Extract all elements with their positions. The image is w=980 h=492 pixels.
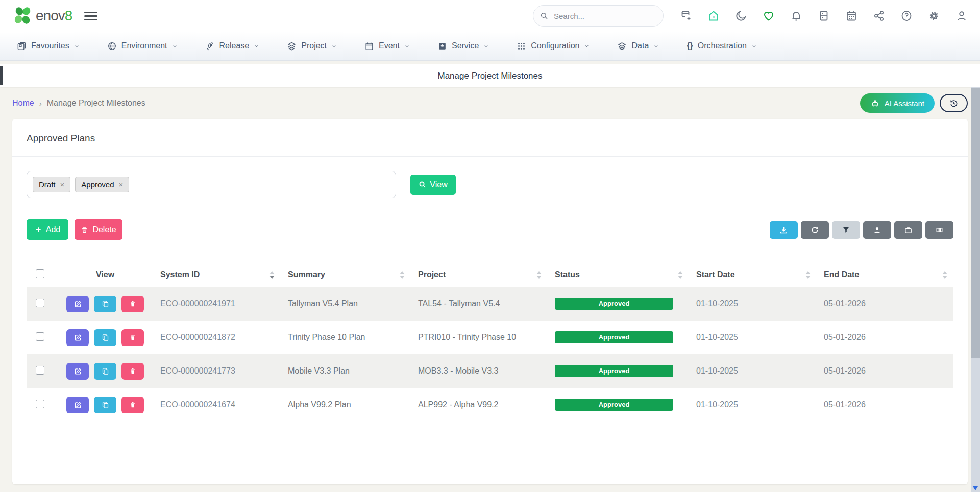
row-checkbox[interactable] (36, 332, 44, 341)
delete-row-button[interactable] (121, 329, 144, 346)
nav-item-service[interactable]: Service (424, 32, 503, 60)
view-button[interactable]: View (410, 175, 456, 195)
delete-row-button[interactable] (121, 397, 144, 413)
status-badge: Approved (555, 298, 673, 310)
scroll-down-arrow-icon[interactable] (973, 486, 978, 490)
remove-tag-icon[interactable]: × (119, 181, 124, 188)
copy-button[interactable] (94, 296, 116, 312)
row-checkbox[interactable] (36, 366, 44, 375)
add-button[interactable]: Add (27, 219, 68, 240)
nav-item-release[interactable]: Release (191, 32, 274, 60)
cell-start-date: 01-10-2025 (689, 321, 817, 354)
cell-project: MOB3.3 - Mobile V3.3 (411, 354, 548, 388)
nav-item-data[interactable]: Data (603, 32, 673, 60)
delete-row-button[interactable] (121, 296, 144, 312)
user-icon[interactable] (955, 10, 968, 22)
chevron-down-icon (751, 43, 757, 49)
download-icon (779, 226, 788, 234)
remove-tag-icon[interactable]: × (60, 181, 65, 188)
nav-item-event[interactable]: Event (351, 32, 424, 60)
column-header-end-date[interactable]: End Date (817, 262, 953, 287)
notifications-icon[interactable] (790, 10, 802, 22)
menu-icon[interactable] (84, 10, 97, 22)
board-icon[interactable] (818, 10, 830, 22)
calendar-icon[interactable] (845, 10, 857, 22)
robot-icon (870, 99, 880, 108)
cell-summary: Trinity Phase 10 Plan (281, 321, 411, 354)
edit-button[interactable] (66, 296, 89, 312)
history-button[interactable] (940, 94, 968, 112)
filter-button[interactable] (832, 221, 860, 239)
assign-user-button[interactable] (863, 221, 891, 239)
copy-icon (102, 334, 109, 341)
chevron-down-icon (483, 43, 489, 49)
edit-button[interactable] (66, 363, 89, 380)
cell-end-date: 05-01-2026 (817, 321, 953, 354)
nav-label: Event (379, 41, 400, 51)
columns-button[interactable] (925, 221, 953, 239)
copy-button[interactable] (94, 397, 116, 413)
sort-icon[interactable] (805, 271, 811, 279)
column-header-summary[interactable]: Summary (281, 262, 411, 287)
data-source-add-icon[interactable] (680, 10, 692, 22)
nav-item-project[interactable]: Project (273, 32, 351, 60)
column-header-status[interactable]: Status (548, 262, 689, 287)
scrollbar-thumb[interactable] (971, 88, 980, 358)
projects-button[interactable] (894, 221, 922, 239)
page-title: Manage Project Milestones (437, 71, 542, 81)
favourites-heart-icon[interactable] (763, 10, 775, 22)
copy-button[interactable] (94, 329, 116, 346)
event-icon (364, 41, 374, 51)
column-header-view: View (56, 262, 153, 287)
sort-icon[interactable] (678, 271, 683, 279)
dark-mode-icon[interactable] (735, 10, 747, 22)
home-icon[interactable] (707, 10, 720, 22)
status-badge: Approved (555, 399, 673, 411)
nav-item-configuration[interactable]: Configuration (503, 32, 603, 60)
edit-icon (74, 334, 82, 341)
search-input[interactable] (533, 5, 664, 27)
column-header-start-date[interactable]: Start Date (689, 262, 817, 287)
sort-icon[interactable] (536, 271, 542, 279)
nav-item-environment[interactable]: Environment (93, 32, 191, 60)
top-header: enov8 (0, 0, 980, 32)
nav-item-orchestration[interactable]: {} Orchestration (673, 32, 771, 60)
scrollbar-track[interactable] (971, 87, 980, 492)
trash-icon (129, 401, 136, 408)
delete-row-button[interactable] (121, 363, 144, 380)
delete-button[interactable]: Delete (75, 219, 122, 240)
edit-button[interactable] (66, 397, 89, 413)
ai-assistant-button[interactable]: AI Assistant (860, 93, 935, 113)
select-all-checkbox[interactable] (36, 269, 44, 278)
column-header-project[interactable]: Project (411, 262, 548, 287)
copy-icon (102, 367, 109, 375)
row-checkbox[interactable] (36, 400, 44, 408)
column-header-system-id[interactable]: System ID (153, 262, 281, 287)
breadcrumb: Home › Manage Project Milestones (12, 99, 145, 108)
share-icon[interactable] (873, 10, 885, 22)
panel-heading: Approved Plans (27, 119, 953, 144)
status-filter-input[interactable]: Draft × Approved × (27, 171, 396, 198)
row-checkbox[interactable] (36, 299, 44, 307)
cell-summary: Alpha V99.2 Plan (281, 388, 411, 422)
settings-icon[interactable] (928, 10, 940, 22)
sort-icon[interactable] (270, 271, 275, 279)
table-toolbar (770, 221, 953, 239)
clover-logo-icon (12, 5, 34, 27)
cell-system-id: ECO-000000241971 (153, 287, 281, 321)
copy-button[interactable] (94, 363, 116, 380)
nav-item-favourites[interactable]: Favourites (3, 32, 93, 60)
edit-button[interactable] (66, 329, 89, 346)
export-button[interactable] (770, 221, 798, 239)
help-icon[interactable] (900, 10, 913, 22)
filter-tag-label: Approved (81, 180, 114, 189)
sort-icon[interactable] (400, 271, 405, 279)
sort-icon[interactable] (942, 271, 947, 279)
breadcrumb-home-link[interactable]: Home (12, 99, 34, 108)
project-icon (287, 41, 297, 51)
refresh-button[interactable] (801, 221, 829, 239)
chevron-down-icon (74, 43, 80, 49)
select-all-header (27, 262, 56, 287)
brand-logo[interactable]: enov8 (12, 5, 72, 27)
cell-end-date: 05-01-2026 (817, 354, 953, 388)
